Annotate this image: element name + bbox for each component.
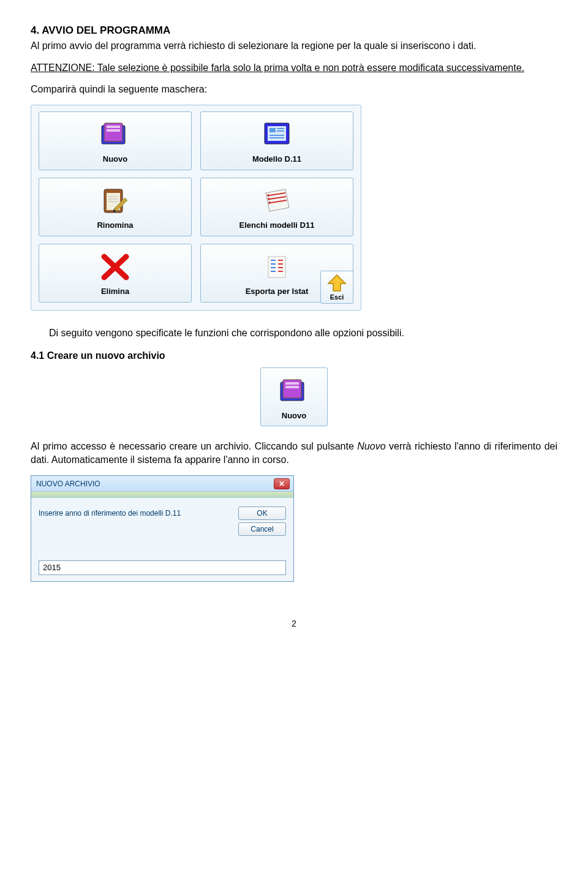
dialog-titlebar: NUOVO ARCHIVIO ✕ (31, 476, 293, 492)
export-lines-icon (258, 250, 295, 284)
menu-tile-rinomina[interactable]: Rinomina (39, 178, 192, 236)
folder-new-icon (97, 118, 134, 152)
folder-new-icon (276, 374, 312, 409)
svg-point-25 (268, 198, 270, 200)
menu-tile-label: Elimina (101, 287, 129, 296)
heading-4-1: 4.1 Creare un nuovo archivio (31, 350, 557, 361)
menu-tile-nuovo[interactable]: Nuovo (39, 111, 192, 170)
menu-tile-elenchi[interactable]: Elenchi modelli D11 (200, 178, 353, 236)
menu-col-left: Nuovo Rinomina (39, 111, 192, 303)
form-screen-icon (258, 118, 295, 152)
svg-point-24 (267, 194, 270, 197)
p5b-italic: Nuovo (357, 441, 385, 451)
svg-rect-15 (270, 128, 276, 132)
heading-4: 4. AVVIO DEL PROGRAMMA (31, 24, 557, 37)
svg-point-26 (268, 201, 271, 204)
menu-tile-label: Esporta per Istat (246, 287, 309, 296)
cancel-button[interactable]: Cancel (238, 522, 286, 536)
menu-tile-label: Modello D.11 (252, 154, 301, 164)
paragraph-functions: Di seguito vengono specificate le funzio… (49, 326, 557, 340)
main-menu-screenshot: Nuovo Rinomina (31, 105, 361, 311)
svg-rect-2 (107, 126, 120, 128)
svg-rect-39 (285, 382, 299, 385)
clipboard-pen-icon (97, 184, 134, 218)
dialog-body: Inserire anno di riferimento dei modelli… (31, 498, 293, 581)
red-x-icon (97, 250, 134, 284)
arrow-up-yellow-icon (326, 274, 348, 292)
menu-tile-label: Elenchi modelli D11 (239, 220, 315, 230)
single-tile-wrap: Nuovo (31, 367, 557, 426)
year-input[interactable] (39, 560, 286, 575)
menu-tile-label: Nuovo (282, 411, 306, 420)
menu-tile-elimina[interactable]: Elimina (39, 244, 192, 303)
menu-tile-esci[interactable]: Esci (320, 271, 353, 304)
menu-tile-label: Esci (330, 293, 344, 301)
dialog-title: NUOVO ARCHIVIO (36, 480, 100, 488)
dialog-message: Inserire anno di riferimento dei modelli… (39, 507, 181, 518)
paragraph-mask: Comparirà quindi la seguente maschera: (31, 83, 557, 96)
ok-button[interactable]: OK (238, 507, 286, 520)
list-paper-icon (258, 184, 295, 218)
svg-rect-3 (107, 129, 120, 132)
paragraph-create: Al primo accesso è necessario creare un … (31, 440, 557, 466)
page-number: 2 (31, 619, 557, 628)
paragraph-warning: ATTENZIONE: Tale selezione è possibile f… (31, 61, 557, 75)
dialog-blur-strip (31, 492, 293, 498)
menu-tile-label: Nuovo (103, 154, 127, 164)
svg-marker-36 (328, 275, 345, 291)
tile-nuovo-single[interactable]: Nuovo (260, 367, 328, 426)
paragraph-intro: Al primo avvio del programma verrà richi… (31, 39, 557, 53)
menu-tile-modello[interactable]: Modello D.11 (200, 111, 353, 170)
svg-rect-40 (285, 386, 299, 388)
dialog-screenshot: NUOVO ARCHIVIO ✕ Inserire anno di riferi… (31, 475, 294, 582)
close-icon[interactable]: ✕ (274, 478, 290, 489)
menu-tile-label: Rinomina (97, 220, 133, 230)
p5a: Al primo accesso è necessario creare un … (31, 441, 357, 451)
